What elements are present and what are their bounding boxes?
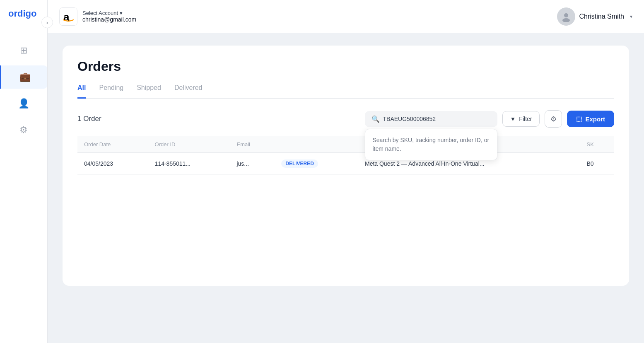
cell-status: DELIVERED	[275, 153, 358, 175]
search-input[interactable]	[383, 116, 491, 122]
col-sku: SK	[580, 136, 615, 153]
col-order-date: Order Date	[77, 136, 148, 153]
user-menu[interactable]: Christina Smith ▾	[557, 7, 632, 26]
sidebar-expand-button[interactable]: ›	[41, 17, 53, 28]
sidebar-item-settings[interactable]: ⚙	[12, 118, 35, 142]
orders-icon: 💼	[19, 72, 31, 82]
search-container[interactable]: 🔍	[365, 111, 497, 127]
sidebar-item-dashboard[interactable]: ⊞	[12, 39, 35, 62]
export-button[interactable]: ⬚ Export	[567, 111, 614, 127]
filter-icon: ▼	[510, 116, 516, 122]
cell-email: jus...	[230, 153, 275, 175]
search-tooltip: Search by SKU, tracking number, order ID…	[365, 129, 497, 160]
order-count: 1 Order	[77, 115, 101, 123]
cell-order-date: 04/05/2023	[77, 153, 148, 175]
brand-logo: ordigo	[0, 8, 36, 19]
orders-tabs: All Pending Shipped Delivered	[77, 84, 614, 99]
users-icon: 👤	[18, 98, 29, 109]
page-title: Orders	[77, 59, 614, 74]
export-icon: ⬚	[576, 115, 582, 123]
amazon-logo: a	[59, 7, 77, 26]
tab-delivered[interactable]: Delivered	[174, 84, 203, 99]
main-container: a Select Account ▾ christina@gmail.com	[48, 0, 644, 343]
column-settings-button[interactable]: ⚙	[545, 110, 562, 128]
settings-icon: ⚙	[19, 125, 28, 135]
topbar: a Select Account ▾ christina@gmail.com	[48, 0, 644, 33]
col-order-id: Order ID	[148, 136, 230, 153]
status-badge: DELIVERED	[281, 159, 318, 168]
cell-order-id: 114-855011...	[148, 153, 230, 175]
svg-point-1	[564, 13, 568, 17]
search-icon: 🔍	[371, 115, 380, 123]
select-account-label: Select Account ▾	[82, 10, 136, 16]
tab-shipped[interactable]: Shipped	[137, 84, 161, 99]
sidebar-nav: ⊞ 💼 👤 ⚙	[0, 39, 47, 142]
cell-sku: B0	[580, 153, 615, 175]
account-selector[interactable]: a Select Account ▾ christina@gmail.com	[59, 7, 136, 26]
toolbar: 1 Order 🔍 Search by SKU, tracking number…	[77, 110, 614, 128]
orders-table: Order Date Order ID Email Item Name SK 0…	[77, 136, 614, 175]
gear-icon: ⚙	[550, 115, 557, 123]
svg-point-2	[562, 18, 570, 22]
account-info: Select Account ▾ christina@gmail.com	[82, 10, 136, 23]
page-content: Orders All Pending Shipped Delivered 1 O…	[48, 33, 644, 343]
table-row[interactable]: 04/05/2023 114-855011... jus... DELIVERE…	[77, 153, 614, 175]
col-email: Email	[230, 136, 275, 153]
user-name: Christina Smith	[579, 13, 624, 20]
col-status	[275, 136, 358, 153]
dashboard-icon: ⊞	[20, 45, 27, 56]
table-body: 04/05/2023 114-855011... jus... DELIVERE…	[77, 153, 614, 175]
tab-all[interactable]: All	[77, 84, 86, 99]
search-wrapper: 🔍 Search by SKU, tracking number, order …	[365, 111, 497, 127]
select-account-chevron: ▾	[120, 10, 123, 16]
tab-pending[interactable]: Pending	[99, 84, 123, 99]
sidebar: ordigo › ⊞ 💼 👤 ⚙	[0, 0, 48, 343]
user-chevron-icon: ▾	[630, 14, 632, 19]
avatar	[557, 7, 575, 26]
orders-card: Orders All Pending Shipped Delivered 1 O…	[63, 46, 629, 286]
table-header: Order Date Order ID Email Item Name SK	[77, 136, 614, 153]
sidebar-item-orders[interactable]: 💼	[0, 65, 47, 89]
sidebar-item-users[interactable]: 👤	[12, 92, 35, 115]
account-email: christina@gmail.com	[82, 16, 136, 23]
filter-button[interactable]: ▼ Filter	[502, 111, 540, 127]
